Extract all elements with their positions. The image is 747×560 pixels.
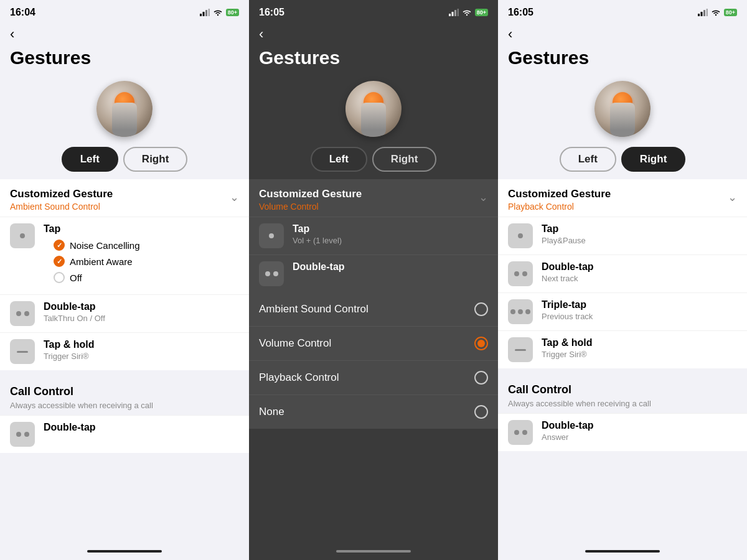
gesture-icon: [259, 261, 284, 286]
gesture-name: Triple-tap: [542, 299, 737, 310]
earphone-body: [361, 103, 386, 137]
status-icons: 80+: [698, 9, 737, 16]
radio-dot[interactable]: [474, 405, 488, 419]
left-button[interactable]: Left: [311, 147, 367, 172]
gesture-value: Trigger Siri®: [44, 352, 239, 361]
earphone-image: [249, 75, 498, 143]
gesture-value: Previous track: [542, 312, 737, 321]
menu-list: Ambient Sound Control Volume Control Pla…: [249, 292, 498, 429]
call-gesture-info: Double-tap: [44, 422, 239, 433]
menu-item[interactable]: None: [249, 395, 498, 429]
phone-panel-panel-center: 16:05 80+ ‹ Gestures Left Right Customiz…: [249, 0, 498, 560]
svg-rect-3: [208, 9, 210, 16]
gesture-icon: [10, 223, 35, 248]
gesture-name: Tap & hold: [542, 337, 737, 348]
menu-item[interactable]: Playback Control: [249, 361, 498, 395]
radio-circle[interactable]: [54, 272, 65, 283]
gesture-icon: [259, 223, 284, 248]
right-button[interactable]: Right: [372, 147, 436, 172]
gesture-row: Tap & holdTrigger Siri®: [0, 332, 249, 370]
status-icons: 80+: [449, 9, 488, 16]
radio-option[interactable]: Off: [54, 269, 239, 286]
right-button[interactable]: Right: [123, 147, 187, 172]
gesture-value: Vol + (1 level): [293, 236, 488, 245]
svg-rect-6: [451, 12, 453, 16]
page-title: Gestures: [249, 45, 498, 75]
earphone-img: [594, 81, 651, 137]
radio-dot[interactable]: [474, 302, 488, 316]
gesture-value: Play&Pause: [542, 236, 737, 245]
svg-rect-0: [200, 14, 202, 16]
left-button[interactable]: Left: [560, 147, 616, 172]
radio-dot[interactable]: [474, 337, 488, 350]
gesture-icon: [10, 339, 35, 364]
customized-gesture-card: Customized Gesture Playback Control ⌄ Ta…: [498, 179, 747, 368]
svg-point-14: [715, 14, 716, 16]
back-button[interactable]: ‹: [498, 22, 747, 45]
gesture-name: Tap & hold: [44, 339, 239, 350]
gesture-title: Customized Gesture: [10, 188, 113, 200]
gesture-info: Tap & holdTrigger Siri®: [44, 339, 239, 361]
call-control-label: Call Control: [498, 373, 747, 399]
gesture-row: TapPlay&Pause: [498, 217, 747, 254]
gesture-row: Tap Vol + (1 level): [249, 217, 498, 254]
status-bar: 16:05 80+: [498, 0, 747, 22]
back-button[interactable]: ‹: [249, 22, 498, 45]
gesture-header[interactable]: Customized Gesture Ambient Sound Control…: [0, 179, 249, 217]
gesture-info: Double-tapTalkThru On / Off: [44, 301, 239, 323]
gesture-value: Next track: [542, 274, 737, 283]
status-bar: 16:04 80+: [0, 0, 249, 22]
back-button[interactable]: ‹: [0, 22, 249, 45]
call-control-card: Double-tap Answer: [498, 413, 747, 451]
home-bar: [87, 550, 162, 553]
radio-dot[interactable]: [474, 371, 488, 385]
home-bar: [336, 550, 411, 553]
menu-item[interactable]: Ambient Sound Control: [249, 292, 498, 327]
gesture-header[interactable]: Customized Gesture Volume Control ⌄: [249, 179, 498, 217]
call-gesture-row: Double-tap Answer: [498, 413, 747, 451]
svg-rect-11: [700, 12, 702, 16]
earphone-img: [345, 81, 402, 137]
battery-badge: 80+: [724, 9, 737, 16]
call-gesture-name: Double-tap: [542, 420, 737, 431]
phone-panel-panel-right: 16:05 80+ ‹ Gestures Left Right Customiz…: [498, 0, 747, 560]
right-button[interactable]: Right: [621, 147, 685, 172]
chevron-icon: ⌄: [479, 188, 488, 204]
status-time: 16:04: [10, 7, 35, 18]
home-indicator: [0, 543, 249, 560]
menu-item-label: Volume Control: [259, 337, 331, 350]
home-indicator: [249, 543, 498, 560]
page-title: Gestures: [498, 45, 747, 75]
left-button[interactable]: Left: [62, 147, 118, 172]
gesture-header[interactable]: Customized Gesture Playback Control ⌄: [498, 179, 747, 217]
customized-gesture-card: Customized Gesture Ambient Sound Control…: [0, 179, 249, 370]
menu-item[interactable]: Volume Control: [249, 327, 498, 361]
gesture-icon: [508, 337, 533, 362]
gesture-name: Tap: [293, 223, 488, 235]
svg-rect-2: [205, 10, 207, 16]
radio-option[interactable]: Noise Cancelling: [54, 237, 239, 253]
gesture-icon: [508, 261, 533, 286]
svg-rect-7: [454, 10, 456, 16]
call-gesture-value: Answer: [542, 432, 737, 442]
lr-toggle: Left Right: [249, 143, 498, 179]
page-title: Gestures: [0, 45, 249, 75]
earphone-body: [610, 103, 635, 137]
earphone-image: [0, 75, 249, 143]
customized-gesture-card: Customized Gesture Volume Control ⌄ Tap …: [249, 179, 498, 429]
content-scroll: Customized Gesture Playback Control ⌄ Ta…: [498, 179, 747, 543]
radio-option[interactable]: Ambient Aware: [54, 253, 239, 269]
radio-options: Noise Cancelling Ambient Aware Off: [44, 235, 239, 288]
radio-circle[interactable]: [54, 240, 65, 251]
svg-rect-8: [457, 9, 459, 16]
gesture-info: Tap Vol + (1 level): [293, 223, 488, 245]
content-scroll: Customized Gesture Ambient Sound Control…: [0, 179, 249, 543]
call-control-sublabel: Always accessible when receiving a call: [0, 401, 249, 415]
menu-item-label: Playback Control: [259, 371, 339, 384]
status-time: 16:05: [259, 7, 284, 18]
gesture-info: Tap & holdTrigger Siri®: [542, 337, 737, 359]
gesture-row: Tap Noise Cancelling Ambient Aware Off: [0, 217, 249, 294]
gesture-row: Double-tapTalkThru On / Off: [0, 294, 249, 332]
radio-circle[interactable]: [54, 256, 65, 267]
lr-toggle: Left Right: [498, 143, 747, 179]
